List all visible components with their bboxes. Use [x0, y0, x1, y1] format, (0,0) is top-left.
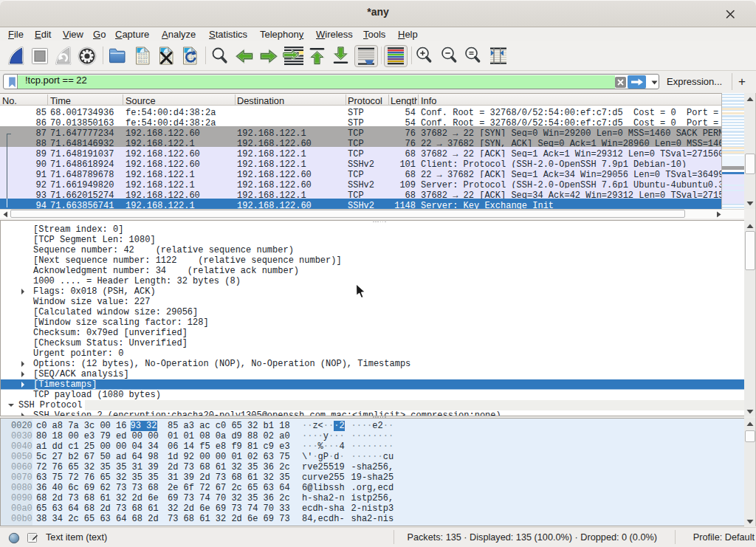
svg-text:0011: 0011	[138, 59, 148, 64]
